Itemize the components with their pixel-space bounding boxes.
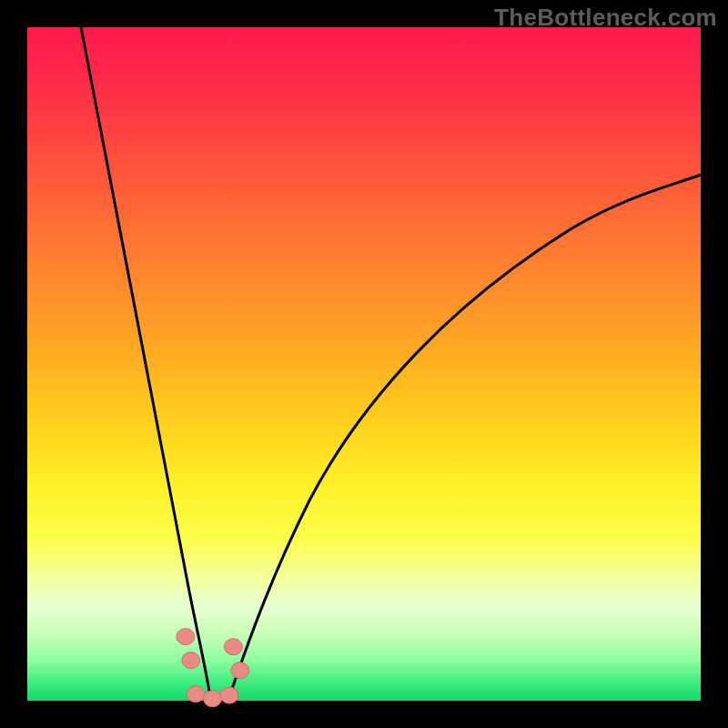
curve-group [81, 27, 701, 696]
outer-frame: TheBottleneck.com [0, 0, 728, 728]
right-branch-curve [229, 175, 701, 696]
marker-group [177, 629, 249, 707]
marker-left-cluster-a [177, 629, 195, 645]
marker-left-cluster-b [182, 652, 200, 669]
marker-trough-c [220, 687, 238, 703]
watermark-text: TheBottleneck.com [494, 4, 717, 32]
marker-trough-b [204, 691, 222, 707]
marker-right-cluster-b [231, 662, 249, 679]
marker-right-cluster-a [224, 639, 242, 655]
marker-trough-a [187, 686, 205, 703]
left-branch-curve [81, 27, 209, 692]
curve-layer [27, 27, 701, 701]
